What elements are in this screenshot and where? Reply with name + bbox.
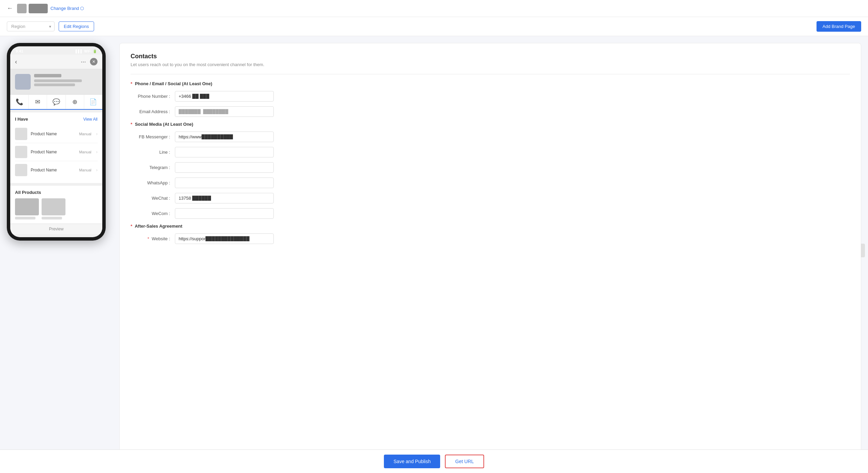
- fb-messenger-label: FB Messenger :: [131, 134, 175, 139]
- fb-messenger-input[interactable]: [175, 132, 274, 142]
- phone-time: 9:41: [16, 49, 23, 53]
- phone-section-header: I Have View All: [15, 117, 98, 122]
- phone-brand-section: [10, 69, 102, 94]
- change-brand-link[interactable]: Change Brand ⬡: [50, 6, 84, 11]
- phone-brand-desc1: [34, 79, 82, 82]
- phone-close-button[interactable]: ✕: [90, 58, 98, 65]
- line-input[interactable]: [175, 147, 274, 157]
- wecom-input[interactable]: [175, 208, 274, 219]
- whatsapp-label: WhatsApp :: [131, 180, 175, 185]
- phone-all-products-section: All Products: [10, 186, 102, 224]
- line-row: Line :: [131, 147, 850, 157]
- product-arrow-1: ›: [96, 132, 98, 136]
- region-select-wrapper[interactable]: Region: [7, 21, 55, 31]
- required-mark-2: *: [131, 122, 132, 127]
- website-row: * Website :: [131, 233, 850, 244]
- after-sales-label-text: After-Sales Agreement: [135, 224, 182, 229]
- phone-status-icons: ▌▌▌ WiFi 🔋: [76, 49, 97, 53]
- all-products-grid: [15, 198, 98, 219]
- wechat-row: WeChat :: [131, 193, 850, 203]
- get-url-button[interactable]: Get URL: [445, 455, 484, 465]
- phone-status-bar: 9:41 ▌▌▌ WiFi 🔋: [10, 46, 102, 55]
- email-icon[interactable]: ✉: [29, 95, 47, 109]
- social-media-label-text: Social Media (At Least One): [135, 122, 193, 127]
- brand-avatars: [17, 4, 48, 13]
- phone-brand-logo: [15, 74, 31, 90]
- phone-email-label-text: Phone / Email / Social (At Least One): [135, 81, 212, 86]
- after-sales-section-label: * After-Sales Agreement: [131, 224, 850, 229]
- phone-back-button[interactable]: ‹: [15, 58, 17, 65]
- wechat-input[interactable]: [175, 193, 274, 203]
- product-item-2: Product Name Manual ›: [15, 143, 98, 161]
- telegram-label: Telegram :: [131, 165, 175, 170]
- change-brand-label: Change Brand: [50, 6, 79, 11]
- phone-preview-label: Preview: [10, 224, 102, 234]
- required-mark-1: *: [131, 81, 132, 86]
- messenger-icon[interactable]: 💬: [47, 95, 65, 109]
- wechat-icon[interactable]: ⊕: [66, 95, 84, 109]
- required-mark-4: *: [147, 236, 149, 241]
- edit-regions-button[interactable]: Edit Regions: [59, 21, 94, 31]
- product-arrow-3: ›: [96, 168, 98, 172]
- phone-number-row: Phone Number :: [131, 91, 850, 102]
- phone-brand-name-placeholder: [34, 74, 61, 77]
- toolbar: Region Edit Regions Add Brand Page: [0, 17, 868, 36]
- all-product-img-1: [15, 198, 39, 215]
- form-subtitle: Let users reach out to you on the most c…: [131, 62, 850, 67]
- phone-email-section-label: * Phone / Email / Social (At Least One): [131, 81, 850, 86]
- product-badge-1: Manual: [79, 132, 91, 136]
- all-products-title: All Products: [15, 190, 98, 195]
- telegram-row: Telegram :: [131, 162, 850, 173]
- product-item-3: Product Name Manual ›: [15, 161, 98, 179]
- main-content: 9:41 ▌▌▌ WiFi 🔋 ‹ ··· ✕: [0, 36, 868, 465]
- product-thumb-3: [15, 164, 27, 176]
- battery-icon: 🔋: [93, 49, 97, 53]
- product-arrow-2: ›: [96, 150, 98, 154]
- side-handle: [861, 244, 865, 257]
- save-and-publish-button[interactable]: Save and Publish: [384, 455, 440, 465]
- product-name-1: Product Name: [31, 132, 76, 136]
- form-panel: Contacts Let users reach out to you on t…: [119, 43, 861, 458]
- phone-screen: 9:41 ▌▌▌ WiFi 🔋 ‹ ··· ✕: [10, 46, 102, 237]
- phone-header: ‹ ··· ✕: [10, 55, 102, 69]
- social-media-section-label: * Social Media (At Least One): [131, 122, 850, 127]
- whatsapp-input[interactable]: [175, 178, 274, 188]
- website-input[interactable]: [175, 233, 274, 244]
- phone-view-all-button[interactable]: View All: [83, 117, 98, 122]
- wechat-label: WeChat :: [131, 196, 175, 201]
- telegram-input[interactable]: [175, 162, 274, 173]
- product-badge-2: Manual: [79, 150, 91, 154]
- phone-number-input[interactable]: [175, 91, 274, 102]
- signal-icon: ▌▌▌: [76, 49, 83, 53]
- product-thumb-2: [15, 146, 27, 158]
- product-item-1: Product Name Manual ›: [15, 125, 98, 143]
- product-name-2: Product Name: [31, 150, 76, 154]
- required-mark-3: *: [131, 224, 132, 229]
- file-icon[interactable]: 📄: [84, 95, 102, 109]
- email-address-row: Email Address :: [131, 106, 850, 117]
- phone-header-actions: ··· ✕: [81, 58, 98, 65]
- product-thumb-1: [15, 128, 27, 140]
- region-select[interactable]: Region: [7, 21, 55, 31]
- phone-number-label: Phone Number :: [131, 94, 175, 99]
- brand-avatar-1: [17, 4, 27, 13]
- phone-more-button[interactable]: ···: [81, 58, 86, 65]
- top-nav: ← Change Brand ⬡: [0, 0, 868, 17]
- all-product-card-1: [15, 198, 39, 219]
- add-brand-page-button[interactable]: Add Brand Page: [817, 21, 861, 32]
- wifi-icon: WiFi: [84, 49, 91, 53]
- phone-product-list: Product Name Manual › Product Name Manua…: [15, 125, 98, 179]
- phone-brand-desc2: [34, 83, 75, 86]
- website-label: * Website :: [131, 236, 175, 241]
- phone-section-title: I Have: [15, 117, 28, 122]
- email-address-input[interactable]: [175, 106, 274, 117]
- form-title: Contacts: [131, 53, 850, 60]
- phone-icon[interactable]: 📞: [10, 95, 29, 109]
- phone-contact-icons: 📞 ✉ 💬 ⊕ 📄: [10, 94, 102, 110]
- back-button[interactable]: ←: [7, 5, 13, 12]
- product-badge-3: Manual: [79, 168, 91, 172]
- phone-i-have-section: I Have View All Product Name Manual › Pr: [10, 112, 102, 183]
- form-divider: [131, 74, 850, 74]
- all-product-name-1: [15, 217, 35, 219]
- email-address-label: Email Address :: [131, 109, 175, 114]
